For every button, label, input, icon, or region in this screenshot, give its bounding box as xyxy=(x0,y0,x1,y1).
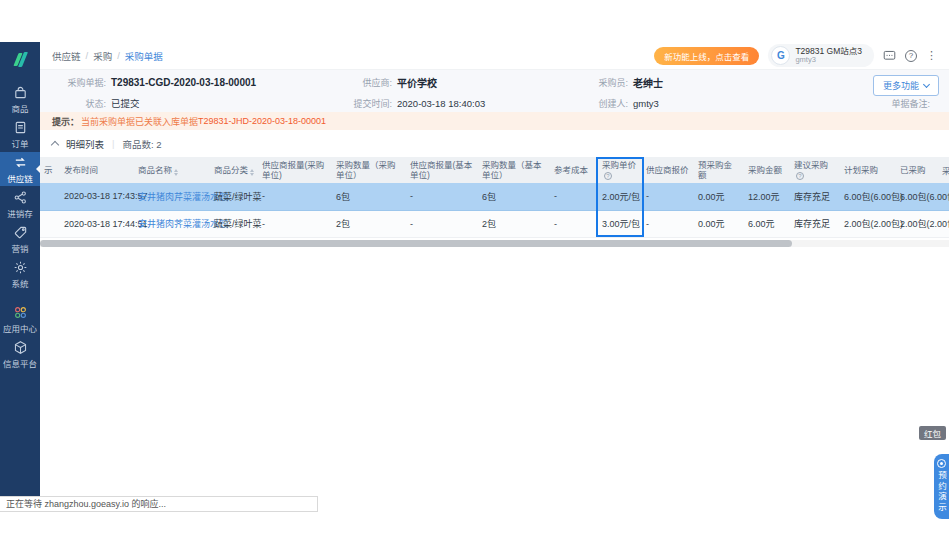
field-label: 提交时间: xyxy=(344,97,392,110)
field-value: 2020-03-18 18:40:03 xyxy=(397,98,485,109)
sidebar-item-goods[interactable]: 商品 xyxy=(0,82,40,116)
column-header: 建议采购? xyxy=(790,157,840,183)
red-packet-badge[interactable]: 红包 xyxy=(919,426,946,440)
more-functions-button[interactable]: 更多功能 xyxy=(873,75,939,96)
column-header: 示 xyxy=(40,157,60,183)
linked-document-link[interactable]: T29831-JHD-2020-03-18-00001 xyxy=(198,116,326,126)
order-field: 提交时间:2020-03-18 18:40:03 xyxy=(344,97,584,110)
sidebar-item-app-center[interactable]: 应用中心 xyxy=(0,302,40,336)
column-header: 供应商报量(基本单位) xyxy=(406,157,478,183)
column-header: 采购数量（基本单位） xyxy=(478,157,550,183)
table-cell: - xyxy=(406,183,478,210)
breadcrumb-item: 采购单据 xyxy=(125,49,163,63)
sidebar-item-system[interactable]: 系统 xyxy=(0,257,40,291)
field-value: gmty3 xyxy=(633,98,659,109)
info-icon[interactable]: ? xyxy=(604,172,612,180)
sort-icon[interactable] xyxy=(250,169,254,176)
table-row[interactable]: 2020-03-18 17:44:51安井猪肉荠菜灌汤水饺蔬菜/绿叶菜-2包-2… xyxy=(40,210,949,237)
info-platform-icon xyxy=(12,339,28,355)
brand-logo-icon[interactable] xyxy=(0,46,40,72)
horizontal-scrollbar xyxy=(40,240,949,247)
topbar-right: 新功能上线，点击查看 G T29831 GM站点3 gmty3 ? ⋮ xyxy=(654,44,937,67)
field-label: 单据备注: xyxy=(880,97,930,110)
more-menu-icon[interactable]: ⋮ xyxy=(926,50,937,61)
field-value: 已提交 xyxy=(111,96,140,110)
sidebar-item-label: 商品 xyxy=(11,102,28,114)
column-header: 供应商报价 xyxy=(642,157,694,183)
table-cell: - xyxy=(258,210,332,237)
sidebar-item-marketing[interactable]: 营销 xyxy=(0,222,40,256)
scrollbar-thumb[interactable] xyxy=(40,240,792,247)
field-value: T29831-CGD-2020-03-18-00001 xyxy=(111,77,256,88)
column-header: 计划采购 xyxy=(840,157,896,183)
sidebar-item-label: 应用中心 xyxy=(3,322,37,334)
message-icon[interactable] xyxy=(883,49,896,62)
sidebar-item-label: 营销 xyxy=(11,242,28,254)
new-feature-badge[interactable]: 新功能上线，点击查看 xyxy=(654,47,759,65)
user-name-label: gmty3 xyxy=(795,56,862,64)
sidebar-item-supply-chain[interactable]: 供应链 xyxy=(0,152,40,186)
info-icon[interactable]: ? xyxy=(796,172,804,180)
breadcrumb: 供应链/采购/采购单据 xyxy=(52,49,163,63)
table-cell: 6.00包(6.00包) xyxy=(896,183,949,210)
table-cell: 2.00元/包 xyxy=(598,183,642,210)
breadcrumb-item[interactable]: 供应链 xyxy=(52,49,81,63)
order-summary-card: 采购单据:T29831-CGD-2020-03-18-00001供应商:平价学校… xyxy=(40,70,949,112)
detail-table-wrap: 示发布时间商品名称商品分类供应商报量(采购单位)采购数量（采购单位）供应商报量(… xyxy=(40,157,949,238)
product-name-link[interactable]: 安井猪肉荠菜灌汤水饺 xyxy=(134,210,210,237)
breadcrumb-separator: / xyxy=(117,50,120,61)
order-field: 单据备注: xyxy=(880,97,935,110)
detail-section-header: 明细列表 | 商品数: 2 xyxy=(40,130,949,157)
demo-float-button[interactable]: 预约演示 xyxy=(934,454,949,519)
field-label: 采购员: xyxy=(584,76,628,89)
field-label: 状态: xyxy=(48,97,106,110)
sidebar-item-inventory[interactable]: 进销存 xyxy=(0,187,40,221)
order-field: 采购单据:T29831-CGD-2020-03-18-00001 xyxy=(48,76,344,89)
supply-chain-icon xyxy=(12,154,28,170)
table-cell: - xyxy=(550,210,598,237)
column-header: 采购数量（采购单位） xyxy=(332,157,406,183)
main-area: 供应链/采购/采购单据 新功能上线，点击查看 G T29831 GM站点3 gm… xyxy=(40,42,949,512)
table-cell: - xyxy=(258,183,332,210)
content-empty-area xyxy=(40,247,949,513)
detail-table: 示发布时间商品名称商品分类供应商报量(采购单位)采购数量（采购单位）供应商报量(… xyxy=(40,157,949,238)
sort-icon[interactable] xyxy=(174,169,178,176)
column-header: 供应商报量(采购单位) xyxy=(258,157,332,183)
goods-icon xyxy=(12,84,28,100)
marketing-icon xyxy=(12,224,28,240)
table-cell: 0.00元 xyxy=(694,183,744,210)
column-header[interactable]: 商品分类 xyxy=(210,157,258,183)
table-cell: 6包 xyxy=(332,183,406,210)
sidebar-item-label: 系统 xyxy=(11,277,28,289)
product-name-link[interactable]: 安井猪肉芹菜灌汤水饺 xyxy=(134,183,210,210)
cut-column-header: 采 xyxy=(942,164,949,176)
table-cell: 2包 xyxy=(332,210,406,237)
collapse-icon[interactable] xyxy=(51,141,59,149)
breadcrumb-item[interactable]: 采购 xyxy=(93,49,112,63)
table-cell: 2020-03-18 17:44:51 xyxy=(60,210,134,237)
sidebar-item-orders[interactable]: 订单 xyxy=(0,117,40,151)
demo-icon xyxy=(937,459,946,468)
linked-document-notice: 提示： 当前采购单据已关联入库单据 T29831-JHD-2020-03-18-… xyxy=(40,112,949,130)
chevron-down-icon xyxy=(923,81,930,88)
app-center-icon xyxy=(12,304,28,320)
column-header: 参考成本 xyxy=(550,157,598,183)
table-cell: 2.00包(2.00包) xyxy=(896,210,949,237)
order-field: 状态:已提交 xyxy=(48,96,344,110)
divider: | xyxy=(112,138,114,149)
help-icon[interactable]: ? xyxy=(905,50,917,62)
table-cell: - xyxy=(550,183,598,210)
system-icon xyxy=(12,259,28,275)
avatar: G xyxy=(771,46,790,65)
table-cell: 6.00元 xyxy=(744,210,790,237)
order-field: 供应商:平价学校 xyxy=(344,75,584,90)
table-cell: 库存充足 xyxy=(790,210,840,237)
app-window: 商品订单供应链进销存营销系统 应用中心信息平台 供应链/采购/采购单据 新功能上… xyxy=(0,42,949,512)
table-cell: 0.00元 xyxy=(694,210,744,237)
sidebar-item-info-platform[interactable]: 信息平台 xyxy=(0,337,40,371)
table-row[interactable]: 2020-03-18 17:43:57安井猪肉芹菜灌汤水饺蔬菜/绿叶菜-6包-6… xyxy=(40,183,949,210)
table-cell xyxy=(40,210,60,237)
column-header[interactable]: 商品名称 xyxy=(134,157,210,183)
user-menu[interactable]: G T29831 GM站点3 gmty3 xyxy=(768,44,874,67)
table-cell: 6包 xyxy=(478,183,550,210)
